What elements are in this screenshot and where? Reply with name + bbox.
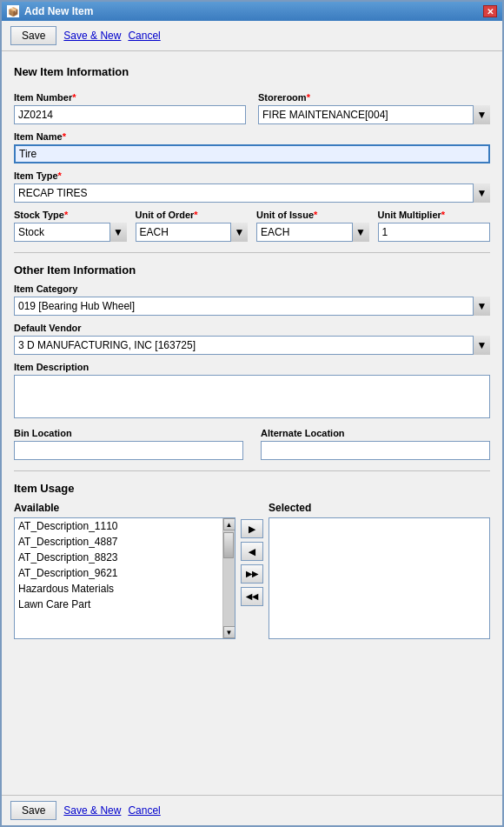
list-item[interactable]: Lawn Care Part	[15, 597, 222, 612]
item-category-select[interactable]: 019 [Bearing Hub Wheel]	[14, 297, 490, 316]
section-item-usage: Item Usage	[14, 482, 490, 495]
item-category-label: Item Category	[14, 283, 490, 294]
available-label: Available	[14, 502, 235, 514]
unit-multiplier-label: Unit Multiplier*	[378, 210, 491, 220]
title-bar-left: 📦 Add New Item	[7, 5, 93, 17]
item-type-label: Item Type*	[14, 170, 490, 181]
item-type-select-wrapper: RECAP TIRES ▼	[14, 183, 490, 203]
default-vendor-label: Default Vendor	[14, 323, 490, 333]
unit-issue-select-wrapper: EACH ▼	[256, 223, 369, 242]
alternate-location-field-group: Alternate Location	[261, 421, 490, 460]
bin-location-field-group: Bin Location	[14, 421, 243, 460]
list-item[interactable]: Hazardous Materials	[15, 581, 222, 597]
available-list: AT_Description_1110 AT_Description_4887 …	[15, 518, 222, 638]
item-category-select-wrapper: 019 [Bearing Hub Wheel] ▼	[14, 297, 490, 316]
default-vendor-select-wrapper: 3 D MANUFACTURING, INC [163725] ▼	[14, 336, 490, 355]
scroll-up-btn[interactable]: ▲	[223, 518, 235, 530]
window-icon: 📦	[7, 5, 19, 17]
move-all-left-button[interactable]: ◀◀	[241, 587, 263, 606]
storeroom-label: Storeroom*	[258, 92, 490, 103]
item-number-field-group: Item Number*	[14, 85, 246, 124]
item-category-field-group: Item Category 019 [Bearing Hub Wheel] ▼	[14, 283, 490, 316]
item-number-label: Item Number*	[14, 92, 246, 103]
unit-issue-label: Unit of Issue*	[256, 210, 369, 220]
section-divider-1	[14, 252, 490, 253]
move-all-right-button[interactable]: ▶▶	[241, 564, 263, 584]
window-title: Add New Item	[24, 5, 93, 17]
section-divider-2	[14, 470, 490, 471]
save-new-button[interactable]: Save & New	[63, 30, 121, 42]
cancel-button-bottom[interactable]: Cancel	[128, 804, 160, 817]
selected-col: Selected	[269, 502, 490, 639]
selected-list-container	[269, 517, 490, 639]
selected-label: Selected	[269, 502, 490, 514]
unit-order-field-group: Unit of Order* EACH ▼	[136, 203, 249, 242]
item-type-field-group: Item Type* RECAP TIRES ▼	[14, 170, 490, 203]
save-button[interactable]: Save	[10, 26, 56, 45]
item-name-input[interactable]	[14, 144, 490, 163]
item-description-label: Item Description	[14, 362, 490, 372]
transfer-buttons-col: ▶ ◀ ▶▶ ◀◀	[235, 502, 269, 606]
item-type-select[interactable]: RECAP TIRES	[14, 183, 490, 203]
unit-order-select-wrapper: EACH ▼	[136, 223, 249, 242]
storeroom-select-wrapper: FIRE MAINTENANCE[004] ▼	[258, 105, 490, 124]
scroll-thumb	[223, 532, 234, 558]
main-window: 📦 Add New Item ✕ Save Save & New Cancel …	[0, 0, 504, 827]
list-item[interactable]: AT_Description_8823	[15, 550, 222, 565]
stock-type-field-group: Stock Type* Stock ▼	[14, 203, 127, 242]
form-content: New Item Information Item Number* Storer…	[2, 51, 502, 795]
item-number-storeroom-row: Item Number* Storeroom* FIRE MAINTENANCE…	[14, 85, 490, 124]
title-bar: 📦 Add New Item ✕	[2, 2, 502, 21]
list-item[interactable]: AT_Description_9621	[15, 565, 222, 581]
item-description-field-group: Item Description	[14, 362, 490, 421]
bin-location-row: Bin Location Alternate Location	[14, 421, 490, 460]
item-number-input[interactable]	[14, 105, 246, 124]
bin-location-input[interactable]	[14, 441, 243, 460]
default-vendor-select[interactable]: 3 D MANUFACTURING, INC [163725]	[14, 336, 490, 355]
available-scrollbar: ▲ ▼	[222, 518, 235, 638]
item-usage-row: Available AT_Description_1110 AT_Descrip…	[14, 502, 490, 639]
scroll-track	[223, 530, 235, 626]
available-col: Available AT_Description_1110 AT_Descrip…	[14, 502, 235, 639]
stock-type-label: Stock Type*	[14, 210, 127, 220]
top-toolbar: Save Save & New Cancel	[2, 21, 502, 51]
section-new-item: New Item Information	[14, 65, 490, 78]
cancel-button[interactable]: Cancel	[128, 30, 160, 42]
move-left-button[interactable]: ◀	[241, 542, 263, 561]
move-right-button[interactable]: ▶	[241, 519, 263, 538]
unit-issue-select[interactable]: EACH	[256, 223, 369, 242]
unit-order-label: Unit of Order*	[136, 210, 249, 220]
default-vendor-field-group: Default Vendor 3 D MANUFACTURING, INC [1…	[14, 323, 490, 355]
available-list-container: AT_Description_1110 AT_Description_4887 …	[14, 517, 235, 639]
list-item[interactable]: AT_Description_1110	[15, 518, 222, 534]
scroll-down-btn[interactable]: ▼	[223, 626, 235, 638]
storeroom-field-group: Storeroom* FIRE MAINTENANCE[004] ▼	[258, 85, 490, 124]
bottom-toolbar: Save Save & New Cancel	[2, 795, 502, 825]
save-new-button-bottom[interactable]: Save & New	[63, 804, 121, 817]
unit-multiplier-field-group: Unit Multiplier*	[378, 203, 491, 242]
stock-type-select[interactable]: Stock	[14, 223, 127, 242]
item-name-label: Item Name*	[14, 131, 490, 142]
alternate-location-label: Alternate Location	[261, 428, 490, 438]
stock-type-row: Stock Type* Stock ▼ Unit of Order* EACH	[14, 203, 490, 242]
unit-multiplier-input[interactable]	[378, 223, 491, 242]
save-button-bottom[interactable]: Save	[10, 801, 56, 820]
alternate-location-input[interactable]	[261, 441, 490, 460]
unit-issue-field-group: Unit of Issue* EACH ▼	[256, 203, 369, 242]
item-name-field-group: Item Name*	[14, 131, 490, 163]
stock-type-select-wrapper: Stock ▼	[14, 223, 127, 242]
list-item[interactable]: AT_Description_4887	[15, 534, 222, 550]
close-button[interactable]: ✕	[483, 5, 497, 17]
section-other-item: Other Item Information	[14, 263, 490, 277]
item-description-input[interactable]	[14, 375, 490, 418]
bin-location-label: Bin Location	[14, 428, 243, 438]
storeroom-select[interactable]: FIRE MAINTENANCE[004]	[258, 105, 490, 124]
unit-order-select[interactable]: EACH	[136, 223, 249, 242]
